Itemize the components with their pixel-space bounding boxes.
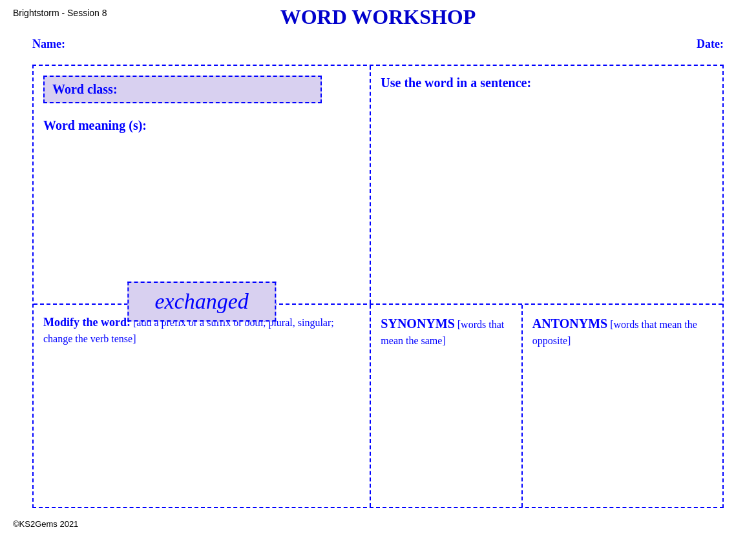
main-container: Word class: Word meaning (s): exchanged … bbox=[32, 65, 724, 508]
word-class-label: Word class: bbox=[52, 82, 118, 96]
date-label: Date: bbox=[697, 37, 724, 51]
center-word-container: exchanged bbox=[127, 282, 275, 322]
synonyms-label: SYNONYMS [words that mean the same] bbox=[381, 314, 512, 349]
antonyms-label: ANTONYMS [words that mean the opposite] bbox=[532, 314, 713, 349]
top-right-panel: Use the word in a sentence: bbox=[371, 66, 722, 303]
name-date-row: Name: Date: bbox=[32, 37, 724, 51]
top-section: Word class: Word meaning (s): exchanged … bbox=[34, 66, 722, 305]
modify-panel: Modify the word: [add a prefix or a suff… bbox=[34, 305, 371, 507]
name-label: Name: bbox=[32, 37, 65, 51]
synonyms-panel: SYNONYMS [words that mean the same] bbox=[371, 305, 523, 507]
modify-bold-text: Modify the word: bbox=[43, 316, 131, 329]
word-meaning-label: Word meaning (s): bbox=[43, 118, 360, 133]
antonyms-panel: ANTONYMS [words that mean the opposite] bbox=[523, 305, 722, 507]
top-left-panel: Word class: Word meaning (s): exchanged bbox=[34, 66, 371, 303]
use-word-label: Use the word in a sentence: bbox=[381, 76, 713, 90]
bottom-section: Modify the word: [add a prefix or a suff… bbox=[34, 305, 722, 507]
copyright-text: ©KS2Gems 2021 bbox=[13, 519, 78, 529]
page-title: WORD WORKSHOP bbox=[0, 5, 756, 29]
antonyms-bold-text: ANTONYMS bbox=[532, 316, 607, 331]
center-word-display: exchanged bbox=[127, 282, 275, 322]
synonyms-bold-text: SYNONYMS bbox=[381, 316, 454, 331]
word-class-box: Word class: bbox=[43, 76, 322, 103]
